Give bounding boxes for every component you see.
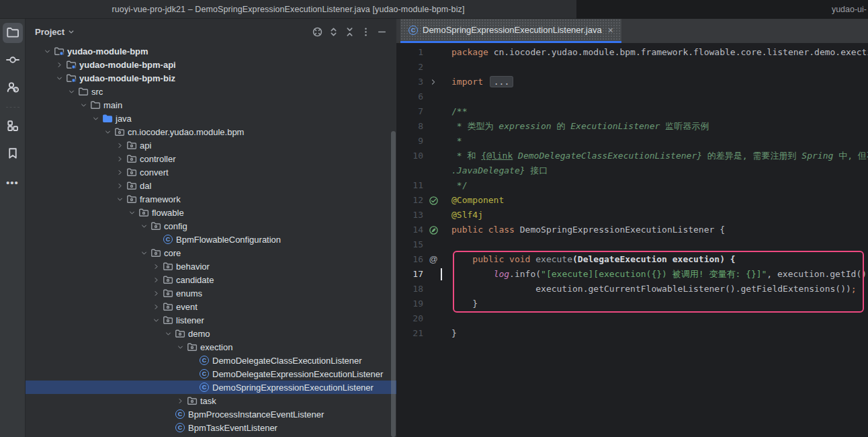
code-line-12[interactable]: 12@Component [396, 193, 868, 208]
chevron-right-icon[interactable] [175, 395, 185, 406]
code-line-9[interactable]: 9 * [396, 134, 868, 149]
tool-button-project[interactable] [3, 23, 23, 43]
code-line-15[interactable]: 15 [396, 237, 868, 252]
background-window-title-area[interactable]: yudao-ui- [576, 0, 868, 19]
chevron-down-icon[interactable] [66, 86, 77, 97]
chevron-down-icon[interactable] [138, 247, 149, 258]
tree-item-controller[interactable]: controller [26, 152, 396, 165]
tool-button-more[interactable]: ••• [3, 171, 23, 192]
code-line-3[interactable]: 3import ... [396, 75, 868, 89]
code-line-1[interactable]: 1package cn.iocoder.yudao.module.bpm.fra… [396, 45, 868, 60]
code-line-19[interactable]: 19 } [396, 296, 868, 311]
tree-item-main[interactable]: main [26, 98, 396, 112]
tree-item-BpmTaskEventListener[interactable]: CBpmTaskEventListener [26, 421, 396, 434]
chevron-right-icon[interactable] [150, 261, 161, 272]
code-line-18[interactable]: 18 execution.getCurrentFlowableListener(… [396, 282, 868, 296]
code-line-17[interactable]: 17 log.info("[execute][execution({}) 被调用… [396, 267, 868, 282]
tree-indent-spacer [163, 422, 173, 433]
tree-item-exection[interactable]: exection [26, 340, 396, 354]
tool-button-bookmarks[interactable] [3, 144, 23, 164]
chevron-right-icon[interactable] [114, 153, 125, 164]
more-options-icon[interactable] [357, 24, 374, 40]
hide-panel-icon[interactable] [374, 24, 390, 40]
project-panel-title[interactable]: Project [35, 27, 64, 37]
tree-item-config[interactable]: config [26, 219, 396, 233]
tree-item-BpmProcessInstanceEventListener[interactable]: CBpmProcessInstanceEventListener [26, 407, 396, 421]
chevron-down-icon[interactable] [114, 194, 125, 204]
spring-bean-icon[interactable] [423, 193, 443, 208]
tree-item-yudao-module-bpm[interactable]: yudao-module-bpm [26, 44, 396, 58]
tree-scrollbar[interactable] [391, 131, 396, 437]
chevron-down-icon[interactable] [54, 73, 64, 83]
tree-item-yudao-module-bpm-api[interactable]: yudao-module-bpm-api [26, 58, 396, 71]
package-icon [185, 395, 199, 406]
tree-item-api[interactable]: api [26, 138, 396, 152]
code-line-21[interactable]: 21} [396, 326, 868, 341]
chevron-down-icon[interactable] [150, 315, 161, 325]
chevron-right-icon[interactable] [54, 59, 64, 70]
code-line-6[interactable]: 6 [396, 89, 868, 104]
tree-item-event[interactable]: event [26, 300, 396, 313]
chevron-down-icon[interactable] [138, 221, 149, 231]
code-line-16[interactable]: 16@ public void execute(DelegateExecutio… [396, 252, 868, 267]
package-icon [149, 247, 163, 258]
chevron-right-icon[interactable] [114, 180, 125, 191]
code-line-20[interactable]: 20 [396, 311, 868, 326]
tree-item-dal[interactable]: dal [26, 179, 396, 192]
chevron-down-icon[interactable] [175, 342, 185, 352]
tree-item-DemoSpringExpressionExecutionListener[interactable]: CDemoSpringExpressionExecutionListener [26, 381, 396, 394]
chevron-right-icon[interactable] [150, 301, 161, 312]
chevron-down-icon[interactable] [42, 46, 52, 56]
locate-target-icon[interactable] [309, 24, 325, 40]
chevron-down-icon[interactable] [68, 27, 75, 37]
code-line-8[interactable]: 8 * 类型为 expression 的 ExecutionListener 监… [396, 119, 868, 134]
tree-item-framework[interactable]: framework [26, 192, 396, 206]
code-line-wrap[interactable]: .JavaDelegate} 接口 [396, 163, 868, 178]
code-line-2[interactable]: 2 [396, 60, 868, 75]
code-line-11[interactable]: 11 */ [396, 178, 868, 193]
collapse-all-icon[interactable] [341, 24, 357, 40]
tree-item-label: candidate [175, 275, 214, 285]
code-line-7[interactable]: 7/** [396, 104, 868, 119]
chevron-down-icon[interactable] [163, 328, 173, 339]
chevron-down-icon[interactable] [78, 100, 89, 110]
tool-button-pull-requests[interactable]: ? [3, 78, 23, 98]
code-line-14[interactable]: 14public class DemoSpringExpressionExecu… [396, 223, 868, 237]
tool-button-structure[interactable] [3, 116, 23, 136]
chevron-down-icon[interactable] [90, 113, 101, 124]
tool-button-commit[interactable] [3, 50, 23, 71]
editor-tab-active[interactable]: C DemoSpringExpressionExecutionListener.… [400, 19, 621, 43]
tree-item-cn.iocoder.yudao.module.bpm[interactable]: cn.iocoder.yudao.module.bpm [26, 125, 396, 138]
tree-item-demo[interactable]: demo [26, 327, 396, 340]
expand-all-icon[interactable] [325, 24, 341, 40]
close-icon[interactable]: × [607, 25, 615, 36]
chevron-right-icon[interactable] [150, 288, 161, 299]
tree-item-DemoDelegateExpressionExecutionListener[interactable]: CDemoDelegateExpressionExecutionListener [26, 367, 396, 381]
code-area[interactable]: 1package cn.iocoder.yudao.module.bpm.fra… [396, 43, 868, 437]
at-symbol-icon[interactable]: @ [423, 252, 443, 267]
tree-item-DemoDelegateClassExecutionListener[interactable]: CDemoDelegateClassExecutionListener [26, 354, 396, 367]
folder-icon [6, 26, 19, 41]
package-icon [125, 167, 138, 177]
tree-item-listener[interactable]: listener [26, 313, 396, 327]
chevron-right-icon[interactable] [114, 167, 125, 177]
tree-item-BpmFlowableConfiguration[interactable]: CBpmFlowableConfiguration [26, 233, 396, 246]
tree-item-behavior[interactable]: behavior [26, 260, 396, 273]
tree-item-flowable[interactable]: flowable [26, 206, 396, 219]
chevron-down-icon[interactable] [102, 126, 113, 137]
tree-item-candidate[interactable]: candidate [26, 273, 396, 286]
chevron-right-icon[interactable] [114, 140, 125, 151]
spring-leaf-icon[interactable] [423, 223, 443, 237]
chevron-right-icon[interactable] [150, 274, 161, 285]
code-line-10[interactable]: 10 * 和 {@link DemoDelegateClassExecution… [396, 149, 868, 163]
tree-item-task[interactable]: task [26, 394, 396, 407]
tree-item-yudao-module-bpm-biz[interactable]: yudao-module-bpm-biz [26, 71, 396, 85]
code-line-13[interactable]: 13@Slf4j [396, 208, 868, 223]
tree-item-convert[interactable]: convert [26, 165, 396, 179]
tree-item-core[interactable]: core [26, 246, 396, 260]
fold-arrow-icon[interactable] [423, 75, 443, 89]
tree-item-src[interactable]: src [26, 85, 396, 98]
chevron-down-icon[interactable] [126, 207, 137, 218]
tree-item-java[interactable]: java [26, 112, 396, 125]
tree-item-enums[interactable]: enums [26, 286, 396, 300]
